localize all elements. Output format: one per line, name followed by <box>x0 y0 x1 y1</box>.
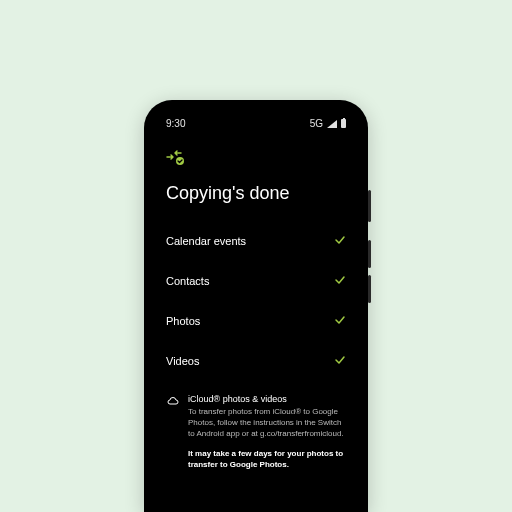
transfer-list: Calendar events Contacts Photos Videos <box>166 232 346 370</box>
page-title: Copying's done <box>166 183 346 204</box>
status-bar: 9:30 5G <box>166 118 346 129</box>
icloud-info-text: iCloud® photos & videos To transfer phot… <box>188 394 346 471</box>
list-item-contacts: Contacts <box>166 272 346 290</box>
network-label: 5G <box>310 118 323 129</box>
clock: 9:30 <box>166 118 185 129</box>
phone-frame: 9:30 5G Copying's done Calendar events <box>144 100 368 512</box>
check-icon <box>334 272 346 290</box>
status-indicators: 5G <box>310 118 346 129</box>
signal-icon <box>327 120 337 128</box>
icloud-info-section: iCloud® photos & videos To transfer phot… <box>166 394 346 471</box>
list-item-calendar: Calendar events <box>166 232 346 250</box>
volume-down-button-physical <box>368 275 371 303</box>
phone-screen: 9:30 5G Copying's done Calendar events <box>148 104 364 512</box>
transfer-complete-icon <box>166 149 346 171</box>
list-item-label: Videos <box>166 355 199 367</box>
check-icon <box>334 352 346 370</box>
cloud-icon <box>166 394 180 412</box>
info-title: iCloud® photos & videos <box>188 394 346 404</box>
info-note: It may take a few days for your photos t… <box>188 449 346 471</box>
list-item-label: Calendar events <box>166 235 246 247</box>
volume-up-button-physical <box>368 240 371 268</box>
svg-point-0 <box>176 157 184 165</box>
power-button-physical <box>368 190 371 222</box>
info-body: To transfer photos from iCloud® to Googl… <box>188 407 346 439</box>
list-item-label: Photos <box>166 315 200 327</box>
list-item-label: Contacts <box>166 275 209 287</box>
list-item-videos: Videos <box>166 352 346 370</box>
check-icon <box>334 232 346 250</box>
check-icon <box>334 312 346 330</box>
list-item-photos: Photos <box>166 312 346 330</box>
battery-icon <box>341 119 346 128</box>
